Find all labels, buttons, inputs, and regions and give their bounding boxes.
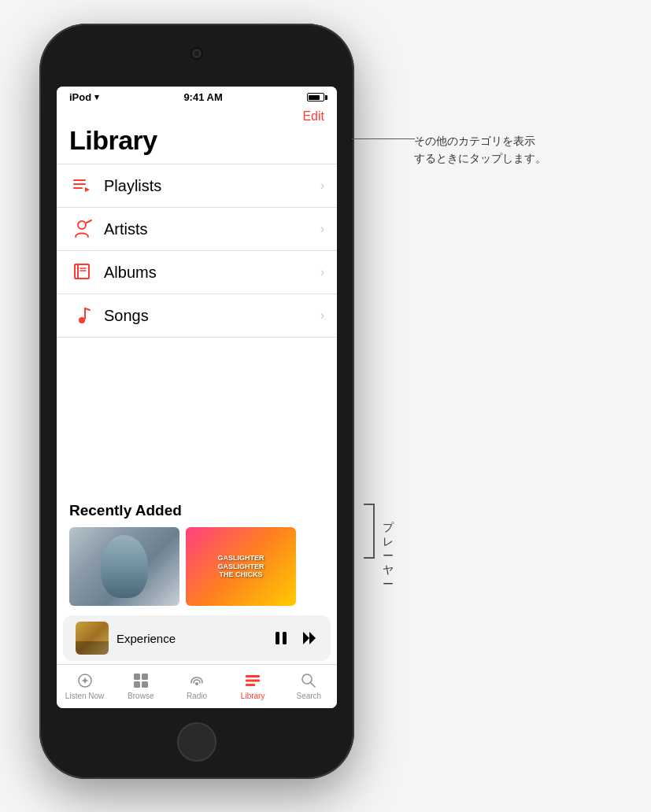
wifi-icon: ▾ <box>94 92 99 102</box>
search-label: Search <box>297 692 322 700</box>
album-grid: GASLIGHTERGASLIGHTERTHE CHICKS <box>69 527 324 606</box>
radio-icon <box>187 671 206 690</box>
camera <box>190 47 203 60</box>
svg-point-13 <box>83 679 87 682</box>
listen-now-icon <box>76 671 94 690</box>
playlists-chevron: › <box>320 179 324 193</box>
radio-label: Radio <box>187 692 207 700</box>
tab-browse[interactable]: Browse <box>119 671 162 700</box>
svg-point-18 <box>195 682 198 685</box>
screen-content: iPod ▾ 9:41 AM Edit Library <box>57 87 337 708</box>
now-playing-bar[interactable]: Experience <box>63 615 331 661</box>
np-controls <box>272 629 318 647</box>
album-icon <box>69 260 94 285</box>
device-screen: iPod ▾ 9:41 AM Edit Library <box>57 87 337 708</box>
forward-button[interactable] <box>301 629 318 647</box>
recently-added-title: Recently Added <box>69 502 324 519</box>
album-art-2-text: GASLIGHTERGASLIGHTERTHE CHICKS <box>217 554 264 579</box>
song-icon <box>69 303 94 328</box>
edit-callout-line <box>352 138 415 139</box>
tab-radio[interactable]: Radio <box>175 671 218 700</box>
songs-label: Songs <box>104 307 320 325</box>
status-right <box>307 93 324 102</box>
np-song-title: Experience <box>117 632 264 645</box>
home-button[interactable] <box>177 722 216 762</box>
search-icon <box>299 671 318 690</box>
device-label: iPod <box>69 91 91 103</box>
svg-rect-11 <box>283 632 287 644</box>
status-bar: iPod ▾ 9:41 AM <box>57 87 337 106</box>
np-album-art <box>76 622 109 655</box>
edit-button[interactable]: Edit <box>302 109 324 124</box>
tab-library[interactable]: Library <box>231 671 275 700</box>
svg-point-3 <box>78 221 86 229</box>
device-shell: iPod ▾ 9:41 AM Edit Library <box>39 24 354 779</box>
svg-line-23 <box>311 683 316 688</box>
edit-bar: Edit <box>57 106 337 124</box>
player-bracket <box>364 504 375 559</box>
menu-item-songs[interactable]: Songs › <box>57 294 337 338</box>
svg-rect-21 <box>246 684 255 686</box>
battery-icon <box>307 93 324 102</box>
menu-list: Playlists › Artists › <box>57 164 337 493</box>
albums-chevron: › <box>320 265 324 279</box>
svg-rect-10 <box>276 632 279 644</box>
library-label: Library <box>241 692 265 700</box>
edit-annotation-text: その他のカテゴリを表示するときにタップします。 <box>414 132 546 168</box>
status-time: 9:41 AM <box>183 91 222 103</box>
svg-rect-14 <box>134 674 140 680</box>
browse-icon <box>131 671 150 690</box>
recently-added-section: Recently Added GASLIGHTERGASLIGHTERTHE C… <box>57 493 337 612</box>
svg-point-9 <box>79 317 85 323</box>
album-art-1[interactable] <box>69 527 179 606</box>
ipod-device: iPod ▾ 9:41 AM Edit Library <box>39 24 354 779</box>
svg-rect-15 <box>142 674 148 680</box>
pause-button[interactable] <box>272 629 290 647</box>
library-icon <box>243 671 262 690</box>
browse-label: Browse <box>128 692 154 700</box>
library-title: Library <box>57 124 337 164</box>
playlist-icon <box>69 173 94 198</box>
artists-chevron: › <box>320 222 324 236</box>
artist-icon <box>69 216 94 242</box>
status-left: iPod ▾ <box>69 91 99 103</box>
player-label: プレーヤー <box>383 521 394 592</box>
svg-rect-20 <box>246 680 260 682</box>
tab-bar: Listen Now Browse <box>57 664 337 708</box>
tab-search[interactable]: Search <box>287 671 331 700</box>
svg-rect-17 <box>142 681 148 688</box>
tab-listen-now[interactable]: Listen Now <box>63 671 106 700</box>
artists-label: Artists <box>104 220 320 238</box>
svg-rect-6 <box>78 264 89 279</box>
svg-line-4 <box>87 220 91 223</box>
listen-now-label: Listen Now <box>65 692 104 700</box>
svg-rect-19 <box>246 675 260 677</box>
songs-chevron: › <box>320 308 324 323</box>
playlists-label: Playlists <box>104 177 320 195</box>
album-art-2[interactable]: GASLIGHTERGASLIGHTERTHE CHICKS <box>186 527 296 606</box>
albums-label: Albums <box>104 264 320 282</box>
menu-item-albums[interactable]: Albums › <box>57 251 337 294</box>
svg-rect-16 <box>134 681 140 688</box>
menu-item-artists[interactable]: Artists › <box>57 208 337 251</box>
menu-item-playlists[interactable]: Playlists › <box>57 164 337 208</box>
